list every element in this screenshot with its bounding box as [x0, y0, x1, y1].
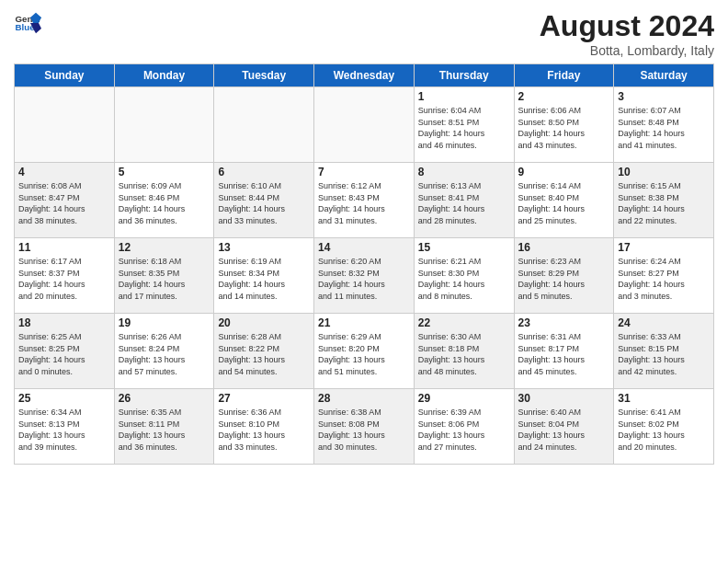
day-number: 15: [418, 241, 510, 254]
table-row: 7Sunrise: 6:12 AM Sunset: 8:43 PM Daylig…: [314, 163, 415, 238]
table-row: 12Sunrise: 6:18 AM Sunset: 8:35 PM Dayli…: [114, 238, 214, 314]
header-sunday: Sunday: [15, 64, 115, 87]
title-block: August 2024 Botta, Lombardy, Italy: [540, 9, 714, 58]
table-row: 29Sunrise: 6:39 AM Sunset: 8:06 PM Dayli…: [414, 389, 514, 465]
day-number: 31: [618, 392, 710, 405]
day-number: 30: [518, 392, 610, 405]
day-info: Sunrise: 6:10 AM Sunset: 8:44 PM Dayligh…: [218, 180, 310, 226]
header: General Blue August 2024 Botta, Lombardy…: [14, 9, 714, 58]
table-row: [15, 87, 115, 163]
day-info: Sunrise: 6:17 AM Sunset: 8:37 PM Dayligh…: [18, 256, 110, 302]
day-info: Sunrise: 6:13 AM Sunset: 8:41 PM Dayligh…: [418, 180, 510, 226]
day-number: 29: [418, 392, 510, 405]
table-row: 31Sunrise: 6:41 AM Sunset: 8:02 PM Dayli…: [614, 389, 714, 465]
logo: General Blue: [14, 9, 41, 37]
page-subtitle: Botta, Lombardy, Italy: [540, 43, 714, 58]
table-row: [214, 87, 314, 163]
table-row: 19Sunrise: 6:26 AM Sunset: 8:24 PM Dayli…: [114, 314, 214, 389]
main-container: General Blue August 2024 Botta, Lombardy…: [0, 0, 728, 474]
day-number: 25: [18, 392, 110, 405]
day-number: 19: [119, 316, 210, 329]
table-row: 23Sunrise: 6:31 AM Sunset: 8:17 PM Dayli…: [514, 314, 614, 389]
day-info: Sunrise: 6:40 AM Sunset: 8:04 PM Dayligh…: [518, 407, 610, 453]
day-info: Sunrise: 6:34 AM Sunset: 8:13 PM Dayligh…: [18, 407, 110, 453]
table-row: 1Sunrise: 6:04 AM Sunset: 8:51 PM Daylig…: [414, 87, 514, 163]
table-row: 22Sunrise: 6:30 AM Sunset: 8:18 PM Dayli…: [414, 314, 514, 389]
table-row: 24Sunrise: 6:33 AM Sunset: 8:15 PM Dayli…: [614, 314, 714, 389]
day-number: 14: [318, 241, 410, 254]
day-number: 5: [119, 166, 210, 178]
day-info: Sunrise: 6:23 AM Sunset: 8:29 PM Dayligh…: [518, 256, 610, 302]
table-row: 20Sunrise: 6:28 AM Sunset: 8:22 PM Dayli…: [214, 314, 314, 389]
header-wednesday: Wednesday: [314, 64, 415, 87]
table-row: [114, 87, 214, 163]
table-row: 11Sunrise: 6:17 AM Sunset: 8:37 PM Dayli…: [15, 238, 115, 314]
calendar-week-row: 1Sunrise: 6:04 AM Sunset: 8:51 PM Daylig…: [15, 87, 714, 163]
day-number: 13: [218, 241, 310, 254]
day-number: 27: [218, 392, 310, 405]
calendar-header-row: Sunday Monday Tuesday Wednesday Thursday…: [15, 64, 714, 87]
calendar-week-row: 18Sunrise: 6:25 AM Sunset: 8:25 PM Dayli…: [15, 314, 714, 389]
day-number: 1: [418, 90, 510, 103]
day-number: 7: [318, 166, 410, 178]
table-row: 26Sunrise: 6:35 AM Sunset: 8:11 PM Dayli…: [114, 389, 214, 465]
day-number: 12: [119, 241, 210, 254]
day-number: 8: [418, 166, 510, 178]
day-number: 26: [119, 392, 210, 405]
table-row: 9Sunrise: 6:14 AM Sunset: 8:40 PM Daylig…: [514, 163, 614, 238]
day-info: Sunrise: 6:14 AM Sunset: 8:40 PM Dayligh…: [518, 180, 610, 226]
day-info: Sunrise: 6:29 AM Sunset: 8:20 PM Dayligh…: [318, 331, 410, 377]
table-row: 4Sunrise: 6:08 AM Sunset: 8:47 PM Daylig…: [15, 163, 115, 238]
day-number: 21: [318, 316, 410, 329]
day-info: Sunrise: 6:39 AM Sunset: 8:06 PM Dayligh…: [418, 407, 510, 453]
table-row: 2Sunrise: 6:06 AM Sunset: 8:50 PM Daylig…: [514, 87, 614, 163]
day-number: 24: [618, 316, 710, 329]
day-number: 10: [618, 166, 710, 178]
day-number: 28: [318, 392, 410, 405]
table-row: 28Sunrise: 6:38 AM Sunset: 8:08 PM Dayli…: [314, 389, 415, 465]
day-number: 9: [518, 166, 610, 178]
day-info: Sunrise: 6:30 AM Sunset: 8:18 PM Dayligh…: [418, 331, 510, 377]
table-row: 16Sunrise: 6:23 AM Sunset: 8:29 PM Dayli…: [514, 238, 614, 314]
day-info: Sunrise: 6:28 AM Sunset: 8:22 PM Dayligh…: [218, 331, 310, 377]
day-info: Sunrise: 6:36 AM Sunset: 8:10 PM Dayligh…: [218, 407, 310, 453]
day-number: 11: [18, 241, 110, 254]
table-row: 21Sunrise: 6:29 AM Sunset: 8:20 PM Dayli…: [314, 314, 415, 389]
day-number: 22: [418, 316, 510, 329]
table-row: [314, 87, 415, 163]
header-friday: Friday: [514, 64, 614, 87]
day-info: Sunrise: 6:25 AM Sunset: 8:25 PM Dayligh…: [18, 331, 110, 377]
header-saturday: Saturday: [614, 64, 714, 87]
day-info: Sunrise: 6:33 AM Sunset: 8:15 PM Dayligh…: [618, 331, 710, 377]
table-row: 8Sunrise: 6:13 AM Sunset: 8:41 PM Daylig…: [414, 163, 514, 238]
table-row: 6Sunrise: 6:10 AM Sunset: 8:44 PM Daylig…: [214, 163, 314, 238]
day-info: Sunrise: 6:06 AM Sunset: 8:50 PM Dayligh…: [518, 105, 610, 151]
day-info: Sunrise: 6:26 AM Sunset: 8:24 PM Dayligh…: [119, 331, 210, 377]
header-thursday: Thursday: [414, 64, 514, 87]
table-row: 17Sunrise: 6:24 AM Sunset: 8:27 PM Dayli…: [614, 238, 714, 314]
calendar-table: Sunday Monday Tuesday Wednesday Thursday…: [14, 63, 714, 465]
day-number: 2: [518, 90, 610, 103]
calendar-week-row: 11Sunrise: 6:17 AM Sunset: 8:37 PM Dayli…: [15, 238, 714, 314]
day-info: Sunrise: 6:41 AM Sunset: 8:02 PM Dayligh…: [618, 407, 710, 453]
day-info: Sunrise: 6:09 AM Sunset: 8:46 PM Dayligh…: [119, 180, 210, 226]
page-title: August 2024: [540, 9, 714, 43]
table-row: 27Sunrise: 6:36 AM Sunset: 8:10 PM Dayli…: [214, 389, 314, 465]
table-row: 18Sunrise: 6:25 AM Sunset: 8:25 PM Dayli…: [15, 314, 115, 389]
day-number: 16: [518, 241, 610, 254]
calendar-week-row: 4Sunrise: 6:08 AM Sunset: 8:47 PM Daylig…: [15, 163, 714, 238]
header-monday: Monday: [114, 64, 214, 87]
table-row: 10Sunrise: 6:15 AM Sunset: 8:38 PM Dayli…: [614, 163, 714, 238]
day-info: Sunrise: 6:08 AM Sunset: 8:47 PM Dayligh…: [18, 180, 110, 226]
day-info: Sunrise: 6:35 AM Sunset: 8:11 PM Dayligh…: [119, 407, 210, 453]
day-number: 20: [218, 316, 310, 329]
day-number: 4: [18, 166, 110, 178]
day-number: 3: [618, 90, 710, 103]
day-info: Sunrise: 6:15 AM Sunset: 8:38 PM Dayligh…: [618, 180, 710, 226]
day-number: 17: [618, 241, 710, 254]
calendar-week-row: 25Sunrise: 6:34 AM Sunset: 8:13 PM Dayli…: [15, 389, 714, 465]
day-info: Sunrise: 6:21 AM Sunset: 8:30 PM Dayligh…: [418, 256, 510, 302]
table-row: 30Sunrise: 6:40 AM Sunset: 8:04 PM Dayli…: [514, 389, 614, 465]
logo-icon: General Blue: [14, 9, 41, 37]
day-number: 18: [18, 316, 110, 329]
